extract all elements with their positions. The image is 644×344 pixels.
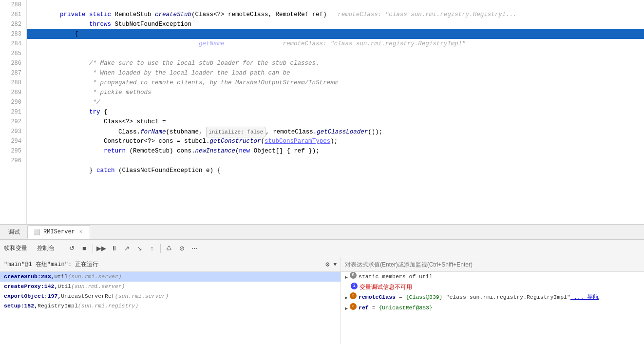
- thread-info: "main"@1 在组"main": 正在运行: [4, 260, 98, 268]
- debug-panel: 帧和变量 控制台 ↺ ■ ▶▶ ⏸ ↗ ↘ ↑ ♺ ⊘ ⋯ "main"@1 在…: [0, 240, 644, 344]
- stack-method-2: createProxy:142,: [4, 282, 57, 291]
- thread-filter-icon[interactable]: ⚙: [325, 260, 329, 268]
- ref-label: ref: [359, 303, 369, 313]
- tab-close-button[interactable]: ×: [78, 229, 84, 235]
- expand-arrow-ref[interactable]: ▶: [345, 304, 348, 314]
- thread-header: "main"@1 在组"main": 正在运行 ⚙ ▼: [0, 257, 341, 272]
- info-icon: i: [351, 283, 358, 289]
- code-line-285: /* Make sure to use the local stub loade…: [31, 49, 644, 58]
- evaluate-button[interactable]: ⊘: [176, 243, 187, 254]
- stack-class-4: RegistryImpl: [38, 301, 78, 311]
- watch-item-remoteclass[interactable]: ▶ ○ remoteClass = {Class@839} "class sun…: [341, 292, 644, 303]
- run-to-cursor-button[interactable]: ♺: [164, 243, 174, 254]
- debug-tab-label: 调试: [8, 228, 20, 236]
- tab-debug[interactable]: 调试: [2, 225, 26, 239]
- right-panel: ▶ S static members of Util i 变量调试信息不可用 ▶…: [341, 257, 644, 344]
- rmi-tab-icon: ⬜: [34, 229, 40, 235]
- remoteclass-link[interactable]: ... 导航: [570, 292, 599, 302]
- stack-location-1: (sun.rmi.server): [68, 272, 121, 282]
- stack-frame-1[interactable]: createStub:283, Util (sun.rmi.server): [0, 272, 341, 282]
- step-out-button[interactable]: ↑: [147, 243, 157, 254]
- stack-class-2: Util: [57, 282, 71, 291]
- static-icon: S: [350, 272, 357, 279]
- remoteclass-text: "class sun.rmi.registry.RegistryImpl": [443, 292, 570, 302]
- stack-method-4: setup:152,: [4, 301, 38, 311]
- stack-method-3: exportObject:197,: [4, 291, 61, 301]
- debug-toolbar: 帧和变量 控制台 ↺ ■ ▶▶ ⏸ ↗ ↘ ↑ ♺ ⊘ ⋯: [0, 240, 644, 257]
- console-label[interactable]: 控制台: [37, 244, 55, 252]
- watch-list: ▶ S static members of Util i 变量调试信息不可用 ▶…: [341, 272, 644, 344]
- step-into-button[interactable]: ↘: [134, 243, 145, 254]
- frames-variables-label[interactable]: 帧和变量: [4, 244, 27, 252]
- watch-input[interactable]: [345, 261, 640, 268]
- remoteclass-value: {Class@839}: [406, 292, 443, 302]
- remoteclass-eq: =: [396, 292, 406, 302]
- stack-location-2: (sun.rmi.server): [71, 282, 125, 291]
- stack-location-4: (sun.rmi.registry): [78, 301, 138, 311]
- code-line-291: Class<?> stubcl =: [31, 107, 644, 117]
- line-numbers: 280 281 282 283 284 285 286 287 288 289 …: [0, 0, 27, 224]
- code-line-290: try {: [31, 97, 644, 107]
- info-text: 变量调试信息不可用: [360, 283, 412, 292]
- code-line-280: private static RemoteStub createStub(Cla…: [31, 0, 644, 10]
- static-label: static members of Util: [359, 272, 433, 282]
- watch-item-ref[interactable]: ▶ ○ ref = {UnicastRef@853}: [341, 303, 644, 314]
- debug-content: "main"@1 在组"main": 正在运行 ⚙ ▼ createStub:2…: [0, 257, 644, 344]
- remoteclass-label: remoteClass: [359, 292, 396, 302]
- code-line-296: } catch (ClassNotFoundException e) {: [31, 156, 644, 166]
- more-button[interactable]: ⋯: [189, 243, 200, 254]
- debug-tabs-bar: 调试 ⬜ RMIServer ×: [0, 224, 644, 240]
- step-over-button[interactable]: ↗: [121, 243, 132, 254]
- stack-frame-3[interactable]: exportObject:197, UnicastServerRef (sun.…: [0, 291, 341, 301]
- stack-class-3: UnicastServerRef: [61, 291, 114, 301]
- stack-frame-4[interactable]: setup:152, RegistryImpl (sun.rmi.registr…: [0, 301, 341, 311]
- stack-class-1: Util: [55, 272, 68, 282]
- stack-location-3: (sun.rmi.server): [115, 291, 169, 301]
- expand-arrow-static[interactable]: ▶: [345, 273, 348, 283]
- pause-button[interactable]: ⏸: [109, 243, 119, 254]
- stack-frame-2[interactable]: createProxy:142, Util (sun.rmi.server): [0, 282, 341, 291]
- stack-list: createStub:283, Util (sun.rmi.server) cr…: [0, 272, 341, 344]
- code-content[interactable]: private static RemoteStub createStub(Cla…: [27, 0, 644, 224]
- thread-dropdown-icon[interactable]: ▼: [333, 262, 337, 268]
- editor-area: 280 281 282 283 284 285 286 287 288 289 …: [0, 0, 644, 224]
- code-line-283: String stubname = remoteClass.getName() …: [27, 29, 644, 39]
- watch-item-static[interactable]: ▶ S static members of Util: [341, 272, 644, 283]
- tab-rmiserver[interactable]: ⬜ RMIServer ×: [27, 225, 90, 239]
- ref-eq: =: [369, 303, 379, 313]
- remoteclass-icon: ○: [350, 292, 357, 299]
- left-panel: "main"@1 在组"main": 正在运行 ⚙ ▼ createStub:2…: [0, 257, 341, 344]
- watch-item-info: i 变量调试信息不可用: [341, 283, 644, 292]
- resume-button[interactable]: ↺: [66, 243, 77, 254]
- watch-header: [341, 257, 644, 272]
- ref-value: {UnicastRef@853}: [379, 303, 432, 313]
- stop-button[interactable]: ■: [79, 243, 90, 254]
- stack-method-1: createStub:283,: [4, 272, 55, 282]
- expand-arrow-remoteclass[interactable]: ▶: [345, 293, 348, 303]
- rmi-tab-label: RMIServer: [43, 229, 75, 235]
- resume-program-button[interactable]: ▶▶: [96, 243, 107, 254]
- ref-icon: ○: [350, 303, 357, 310]
